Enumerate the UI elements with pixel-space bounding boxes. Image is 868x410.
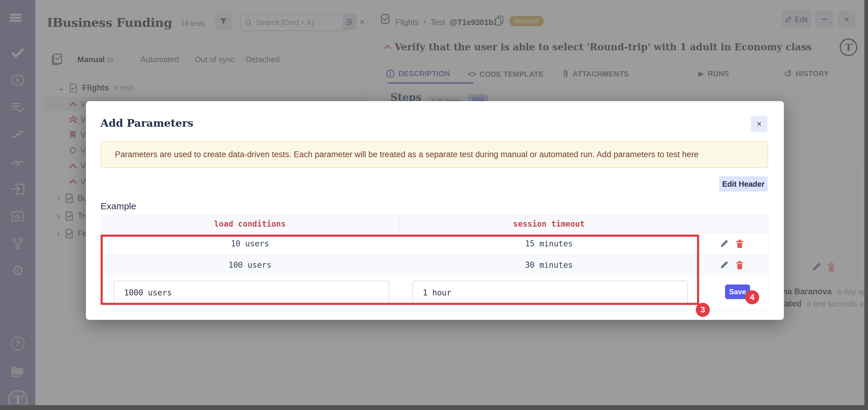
info-text: Parameters are used to create data-drive…	[115, 150, 699, 159]
info-banner: Parameters are used to create data-drive…	[100, 141, 768, 168]
column-header: session timeout	[399, 215, 699, 233]
edit-row-icon[interactable]	[720, 239, 729, 248]
parameters-table: load conditions session timeout 10 users…	[100, 215, 768, 310]
delete-row-icon[interactable]	[736, 239, 744, 248]
modal-close-button[interactable]: ×	[751, 116, 768, 132]
annotation-badge-4: 4	[745, 290, 759, 304]
edit-row-icon[interactable]	[720, 260, 729, 270]
annotation-badge-3: 3	[696, 303, 710, 317]
add-parameters-modal: Add Parameters × Parameters are used to …	[86, 101, 784, 320]
table-row: 100 users 30 minutes	[101, 254, 768, 276]
delete-row-icon[interactable]	[736, 260, 744, 270]
cell-value: 30 minutes	[399, 254, 699, 276]
column-header: load conditions	[101, 215, 399, 233]
table-row: 10 users 15 minutes	[101, 233, 768, 254]
table-header-row: load conditions session timeout	[101, 215, 768, 233]
cell-value: 15 minutes	[399, 233, 699, 254]
cell-value: 10 users	[101, 233, 399, 254]
screen: ⚙ ? T IBusiness Funding 18 tests	[0, 0, 868, 410]
example-label: Example	[100, 201, 136, 211]
new-param-input-1[interactable]	[114, 281, 389, 305]
cell-value: 100 users	[101, 254, 399, 276]
edit-header-button[interactable]: Edit Header	[719, 177, 768, 192]
modal-title: Add Parameters	[100, 117, 193, 129]
new-param-input-2[interactable]	[412, 281, 688, 305]
